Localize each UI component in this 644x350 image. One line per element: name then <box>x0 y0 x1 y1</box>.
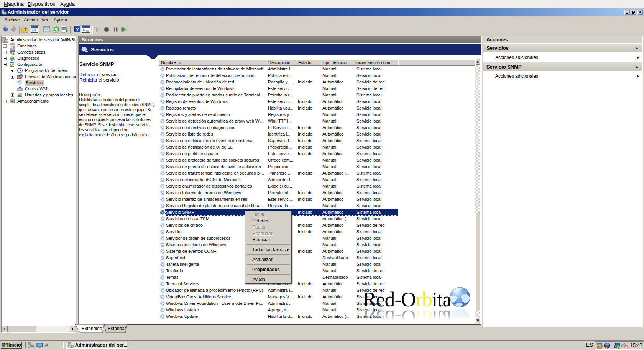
svg-text:?: ? <box>76 26 79 32</box>
svg-text:e: e <box>45 341 48 349</box>
